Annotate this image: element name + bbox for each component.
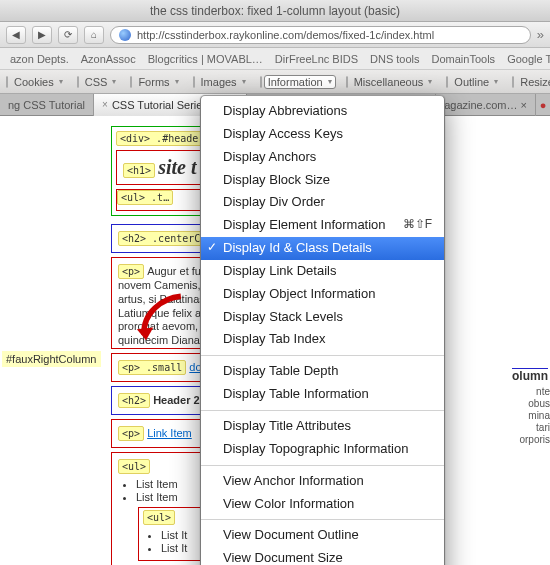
menu-item[interactable]: Display Abbreviations [201, 100, 444, 123]
tab-close-icon[interactable]: × [102, 94, 108, 116]
bookmark-item[interactable]: AzonAssoc [77, 52, 140, 66]
menu-item[interactable]: Display Object Information [201, 283, 444, 306]
bookmark-item[interactable]: Google Trends [503, 52, 550, 66]
tb-outline[interactable]: Outline▾ [450, 75, 502, 89]
menu-item[interactable]: Display Div Order [201, 191, 444, 214]
forms-icon[interactable] [130, 76, 132, 88]
tb-css[interactable]: CSS▾ [81, 75, 121, 89]
information-menu: Display AbbreviationsDisplay Access Keys… [200, 95, 445, 565]
tb-resize[interactable]: Resize▾ [516, 75, 550, 89]
rss-icon[interactable]: » [537, 27, 544, 42]
globe-icon [119, 29, 131, 41]
images-icon[interactable] [193, 76, 195, 88]
bookmark-item[interactable]: DomainTools [428, 52, 500, 66]
menu-item[interactable]: Display Link Details [201, 260, 444, 283]
menu-item[interactable]: View Document Outline [201, 524, 444, 547]
css-icon[interactable] [77, 76, 79, 88]
bookmark-item[interactable]: DirFreeLnc BIDS [271, 52, 362, 66]
menu-shortcut: ⌘⇧F [403, 216, 432, 233]
info-icon[interactable] [260, 76, 262, 88]
small-badge: <p> .small [118, 360, 186, 375]
ul-list-badge: <ul> [118, 459, 150, 474]
reload-button[interactable]: ⟳ [58, 26, 78, 44]
bookmark-item[interactable]: azon Depts. [6, 52, 73, 66]
bookmarks-bar: azon Depts. AzonAssoc Blogcritics | MOVA… [0, 48, 550, 70]
link-item[interactable]: Link Item [147, 427, 192, 439]
menu-item[interactable]: Display Block Size [201, 169, 444, 192]
tab-indicator-icon: ● [536, 99, 550, 111]
address-bar[interactable]: http://csstinderbox.raykonline.com/demos… [110, 26, 531, 44]
callout-fauxrightcolumn: #fauxRightColumn [2, 351, 101, 367]
bookmark-item[interactable]: Blogcritics | MOVABL… [144, 52, 267, 66]
menu-item[interactable]: Display Access Keys [201, 123, 444, 146]
div-badge: <div> .#header [116, 131, 208, 146]
nav-toolbar: ◀ ▶ ⟳ ⌂ http://csstinderbox.raykonline.c… [0, 22, 550, 48]
bookmark-item[interactable]: DNS tools [366, 52, 424, 66]
menu-item[interactable]: Display Id & Class Details [201, 237, 444, 260]
tb-information[interactable]: Information▾ [264, 75, 336, 89]
menu-item[interactable]: View Anchor Information [201, 470, 444, 493]
window-titlebar: the css tinderbox: fixed 1-column layout… [0, 0, 550, 22]
tab-prev[interactable]: ng CSS Tutorial [0, 94, 94, 116]
home-button[interactable]: ⌂ [84, 26, 104, 44]
right-column-text: nte obus mina tari orporis [510, 386, 550, 446]
tab-next[interactable]: agazine.com… × [436, 94, 536, 116]
tb-cookies[interactable]: Cookies▾ [10, 75, 67, 89]
menu-item[interactable]: Display Anchors [201, 146, 444, 169]
h2-badge-2: <h2> [118, 393, 150, 408]
right-column-heading: olumn [512, 368, 548, 383]
menu-item[interactable]: Display Tab Index [201, 328, 444, 351]
header2-text: Header 2 [153, 394, 199, 406]
tb-images[interactable]: Images▾ [197, 75, 250, 89]
p-link-badge: <p> [118, 426, 144, 441]
disable-icon[interactable] [6, 76, 8, 88]
window-title: the css tinderbox: fixed 1-column layout… [150, 4, 400, 18]
misc-icon[interactable] [346, 76, 348, 88]
tb-miscellaneous[interactable]: Miscellaneous▾ [350, 75, 437, 89]
menu-item[interactable]: Display Table Information [201, 383, 444, 406]
menu-item[interactable]: Display Element Information⌘⇧F [201, 214, 444, 237]
tb-forms[interactable]: Forms▾ [134, 75, 182, 89]
p-badge: <p> [118, 264, 144, 279]
site-title: site t [158, 156, 196, 178]
menu-item[interactable]: Display Title Attributes [201, 415, 444, 438]
menu-item[interactable]: View Document Size [201, 547, 444, 565]
address-url: http://csstinderbox.raykonline.com/demos… [137, 29, 434, 41]
back-button[interactable]: ◀ [6, 26, 26, 44]
menu-item[interactable]: Display Table Depth [201, 360, 444, 383]
menu-item[interactable]: Display Stack Levels [201, 306, 444, 329]
resize-icon[interactable] [512, 76, 514, 88]
browser-window: the css tinderbox: fixed 1-column layout… [0, 0, 550, 565]
forward-button[interactable]: ▶ [32, 26, 52, 44]
outline-icon[interactable] [446, 76, 448, 88]
h1-badge: <h1> [123, 163, 155, 178]
developer-toolbar: Cookies▾ CSS▾ Forms▾ Images▾ Information… [0, 70, 550, 94]
menu-item[interactable]: View Color Information [201, 493, 444, 516]
menu-item[interactable]: Display Topographic Information [201, 438, 444, 461]
callout-arrow-icon [135, 289, 190, 344]
chevron-down-icon: ▾ [59, 77, 63, 86]
nested-ul-badge: <ul> [143, 510, 175, 525]
ul-badge: <ul> .t… [117, 190, 173, 205]
